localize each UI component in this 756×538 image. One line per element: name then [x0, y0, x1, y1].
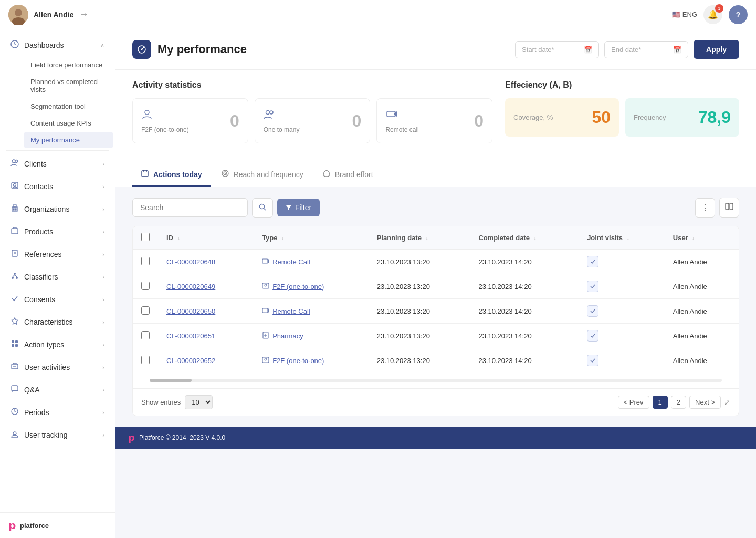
sidebar-item-clients[interactable]: Clients › — [2, 153, 113, 175]
sidebar-item-contacts[interactable]: Contacts › — [2, 175, 113, 198]
svg-rect-11 — [15, 209, 16, 210]
row-type-icon — [262, 356, 269, 365]
sidebar-sub-item-content[interactable]: Content usage KPIs — [24, 115, 113, 131]
col-completed-date[interactable]: Completed date ↓ — [470, 226, 579, 250]
notifications-button[interactable]: 🔔 3 — [704, 5, 722, 24]
filter-button[interactable]: Filter — [277, 199, 320, 216]
row-checkbox[interactable] — [141, 331, 150, 339]
efficiency-section: Effeciency (A, B) Coverage, % 50 Frequen… — [505, 80, 739, 137]
row-checkbox[interactable] — [141, 306, 150, 315]
svg-rect-25 — [15, 344, 18, 347]
page-1-button[interactable]: 1 — [653, 396, 668, 409]
characteristics-chevron: › — [102, 319, 104, 325]
expand-table-icon[interactable]: ⤢ — [724, 398, 730, 407]
language-selector[interactable]: 🇺🇸 ENG — [672, 11, 697, 18]
logout-icon[interactable]: → — [79, 9, 89, 20]
col-type[interactable]: Type ↓ — [254, 226, 369, 250]
row-id-link[interactable]: CL-0000020650 — [166, 307, 215, 315]
user-activities-label: User activities — [24, 363, 70, 371]
row-type-link[interactable]: F2F (one-to-one) — [272, 283, 324, 291]
search-input[interactable] — [132, 198, 248, 217]
col-joint-visits[interactable]: Joint visits ↓ — [579, 226, 665, 250]
end-date-calendar-icon[interactable]: 📅 — [673, 46, 681, 54]
row-type-link[interactable]: Remote Call — [272, 307, 310, 315]
main-content: My performance Start date* 📅 End date* 📅… — [116, 29, 756, 538]
next-page-button[interactable]: Next > — [689, 396, 721, 409]
search-area: Filter — [132, 198, 320, 218]
page-2-button[interactable]: 2 — [671, 396, 686, 409]
row-checkbox[interactable] — [141, 356, 150, 364]
sidebar-item-qa[interactable]: Q&A › — [2, 379, 113, 401]
references-label: References — [24, 250, 62, 258]
svg-rect-49 — [262, 259, 268, 263]
row-type-link[interactable]: F2F (one-to-one) — [272, 357, 324, 365]
row-planning-date: 23.10.2023 13:20 — [369, 324, 470, 348]
organizations-icon — [10, 204, 19, 214]
row-joint-visits — [579, 250, 665, 274]
qa-label: Q&A — [24, 386, 40, 394]
sidebar-sub-item-field-force[interactable]: Field force performance — [24, 57, 113, 73]
sidebar-sub-item-segmentation[interactable]: Segmentation tool — [24, 98, 113, 115]
table-row: CL-0000020648 Remote Call 23.10.2023 13:… — [133, 250, 739, 274]
stat-card-f2f: F2F (one-to-one) 0 — [132, 98, 248, 143]
column-toggle-button[interactable] — [719, 198, 739, 218]
filter-label: Filter — [295, 203, 311, 212]
sidebar-item-references[interactable]: References › — [2, 243, 113, 265]
row-id-link[interactable]: CL-0000020652 — [166, 357, 215, 365]
sidebar-item-organizations[interactable]: Organizations › — [2, 198, 113, 220]
row-checkbox[interactable] — [141, 257, 150, 265]
sidebar-item-characteristics[interactable]: Characteristics › — [2, 311, 113, 333]
start-date-input[interactable]: Start date* 📅 — [515, 41, 599, 58]
sidebar-item-classifiers[interactable]: Classifiers › — [2, 266, 113, 288]
dashboards-label: Dashboards — [24, 41, 64, 49]
tab-brand-effort[interactable]: Brand effort — [314, 163, 382, 187]
search-button[interactable] — [252, 198, 273, 218]
f2f-label: F2F (one-to-one) — [141, 126, 189, 133]
col-id[interactable]: ID ↓ — [158, 226, 254, 250]
sidebar-sub-item-planned[interactable]: Planned vs completed visits — [24, 74, 113, 98]
sidebar-item-action-types[interactable]: Action types › — [2, 334, 113, 356]
sidebar-item-consents[interactable]: Consents › — [2, 288, 113, 311]
sidebar-item-products[interactable]: Products › — [2, 221, 113, 243]
row-type-link[interactable]: Pharmacy — [272, 332, 303, 340]
row-id-link[interactable]: CL-0000020648 — [166, 258, 215, 266]
svg-point-35 — [270, 111, 273, 114]
start-date-calendar-icon[interactable]: 📅 — [584, 46, 592, 54]
clients-label: Clients — [24, 160, 47, 168]
sidebar-sub-item-my-performance[interactable]: My performance — [24, 132, 113, 148]
topbar-right: 🇺🇸 ENG 🔔 3 ? — [672, 5, 748, 24]
end-date-input[interactable]: End date* 📅 — [604, 41, 688, 58]
remote-call-value: 0 — [474, 111, 484, 131]
sidebar-item-periods[interactable]: Periods › — [2, 401, 113, 423]
tab-reach-frequency[interactable]: Reach and frequency — [213, 163, 312, 187]
row-checkbox[interactable] — [141, 282, 150, 290]
help-button[interactable]: ? — [729, 5, 748, 24]
sidebar-item-user-activities[interactable]: User activities › — [2, 356, 113, 378]
row-id-link[interactable]: CL-0000020651 — [166, 332, 215, 340]
prev-page-button[interactable]: < Prev — [618, 396, 649, 409]
col-user[interactable]: User ↓ — [665, 226, 739, 250]
col-planning-date[interactable]: Planning date ↓ — [369, 226, 470, 250]
characteristics-icon — [10, 317, 19, 327]
clients-chevron: › — [102, 161, 104, 167]
svg-point-17 — [12, 277, 14, 279]
sidebar-item-user-tracking[interactable]: User tracking › — [2, 424, 113, 446]
topbar-left: Allen Andie → — [8, 5, 89, 25]
tabs: Actions today Reach and frequency Brand … — [132, 163, 739, 187]
svg-rect-53 — [262, 308, 268, 313]
frequency-value: 78,9 — [698, 108, 731, 127]
select-all-checkbox[interactable] — [141, 233, 150, 241]
more-options-button[interactable]: ⋮ — [695, 198, 715, 218]
row-type-link[interactable]: Remote Call — [272, 258, 310, 266]
show-entries: Show entries 10 25 50 — [141, 395, 213, 409]
coverage-value: 50 — [592, 108, 611, 127]
sidebar-item-dashboards[interactable]: Dashboards ∧ — [2, 34, 113, 56]
tab-actions-today-label: Actions today — [153, 170, 202, 179]
joint-visits-badge — [587, 305, 598, 317]
joint-visits-badge — [587, 281, 598, 292]
tab-actions-today[interactable]: Actions today — [132, 163, 211, 187]
entries-select[interactable]: 10 25 50 — [185, 395, 213, 409]
row-id-link[interactable]: CL-0000020649 — [166, 283, 215, 291]
table-row: CL-0000020651 Pharmacy 23.10.2023 13:20 … — [133, 324, 739, 348]
apply-button[interactable]: Apply — [694, 40, 739, 59]
